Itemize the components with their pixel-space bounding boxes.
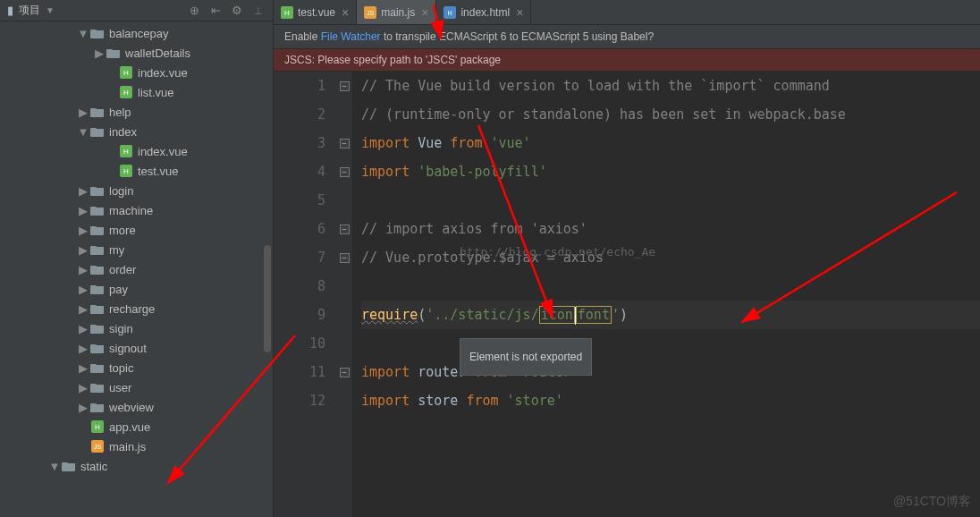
kw: from — [466, 393, 498, 409]
tree-label: login — [109, 184, 133, 198]
tab-index-html[interactable]: Hindex.html× — [436, 0, 531, 24]
scrollbar-thumb[interactable] — [264, 245, 271, 352]
folder-icon — [90, 184, 105, 197]
tree-item-pay[interactable]: ▶pay — [0, 279, 273, 299]
tab-label: main.js — [381, 6, 415, 19]
chevron-down-icon[interactable]: ▼ — [50, 462, 59, 470]
tree-item-main-js[interactable]: JSmain.js — [0, 436, 273, 456]
tab-main-js[interactable]: JSmain.js× — [357, 0, 436, 24]
target-icon[interactable]: ⊕ — [187, 4, 201, 18]
close-icon[interactable]: × — [516, 5, 523, 20]
collapse-icon[interactable]: ⇤ — [208, 4, 223, 18]
fold-icon[interactable]: − — [340, 139, 350, 148]
tree-item-order[interactable]: ▶order — [0, 259, 273, 279]
chevron-down-icon[interactable]: ▼ — [79, 29, 88, 38]
folder-icon — [90, 27, 105, 39]
close-icon[interactable]: × — [421, 5, 428, 20]
chevron-right-icon[interactable]: ▶ — [79, 107, 88, 116]
str: '../static/js/ — [426, 307, 538, 323]
tree-label: webview — [109, 401, 154, 414]
close-icon[interactable]: × — [342, 5, 349, 20]
fold-icon[interactable]: − — [340, 167, 350, 177]
code-editor[interactable]: 123 456 789 101112 − − − − − − // The — [274, 72, 980, 517]
chevron-right-icon[interactable]: ▶ — [79, 225, 88, 234]
id: Vue — [410, 135, 450, 151]
chevron-right-icon[interactable]: ▶ — [79, 304, 88, 313]
tree-item-login[interactable]: ▶login — [0, 181, 273, 200]
folder-icon — [90, 381, 105, 394]
sidebar-title: 项目 — [19, 3, 40, 18]
tab-test-vue[interactable]: Htest.vue× — [274, 0, 357, 24]
chevron-right-icon[interactable]: ▶ — [79, 284, 88, 293]
tree-item-walletDetails[interactable]: ▶walletDetails — [0, 43, 273, 63]
fold-icon[interactable]: − — [340, 253, 350, 263]
svg-text:H: H — [123, 69, 129, 77]
project-sidebar: ▮ 项目 ▼ ⊕ ⇤ ⚙ ⟂ ▼balancepay▶walletDetails… — [0, 0, 274, 517]
tree-label: index — [109, 125, 137, 139]
svg-text:H: H — [123, 167, 129, 175]
kw: import — [361, 135, 410, 151]
code-content[interactable]: // The Vue build version to load with th… — [352, 72, 980, 517]
sidebar-header: ▮ 项目 ▼ ⊕ ⇤ ⚙ ⟂ — [0, 0, 273, 21]
chevron-right-icon[interactable]: ▶ — [79, 324, 88, 333]
tree-item-recharge[interactable]: ▶recharge — [0, 299, 273, 318]
chevron-right-icon[interactable]: ▶ — [79, 403, 88, 411]
chevron-right-icon[interactable]: ▶ — [79, 206, 88, 215]
tree-item-index-vue[interactable]: Hindex.vue — [0, 63, 273, 82]
tree-item-my[interactable]: ▶my — [0, 240, 273, 259]
tree-item-index[interactable]: ▼index — [0, 122, 273, 141]
folder-icon — [90, 283, 105, 295]
chevron-right-icon[interactable]: ▶ — [79, 383, 88, 392]
gear-icon[interactable]: ⚙ — [230, 4, 244, 18]
tree-label: help — [109, 106, 131, 119]
fn: require — [361, 307, 418, 323]
vue-icon: H — [119, 145, 133, 157]
chevron-down-icon[interactable]: ▼ — [79, 127, 88, 136]
tree-item-index-vue[interactable]: Hindex.vue — [0, 141, 273, 161]
chevron-right-icon[interactable]: ▶ — [79, 363, 88, 372]
chevron-right-icon[interactable]: ▶ — [95, 48, 104, 57]
folder-icon — [90, 224, 105, 236]
tree-item-static[interactable]: ▼static — [0, 456, 273, 476]
tree-label: machine — [109, 204, 153, 217]
tab-label: index.html — [460, 6, 510, 19]
tree-item-sigin[interactable]: ▶sigin — [0, 318, 273, 338]
fold-icon[interactable]: − — [340, 368, 350, 377]
tree-item-machine[interactable]: ▶machine — [0, 200, 273, 220]
tree-item-test-vue[interactable]: Htest.vue — [0, 161, 273, 181]
folder-icon — [90, 125, 105, 138]
fold-icon[interactable]: − — [340, 225, 350, 234]
hide-icon[interactable]: ⟂ — [251, 4, 266, 18]
vue-icon: H — [119, 86, 133, 98]
tree-label: topic — [109, 361, 133, 375]
kw: from — [450, 135, 482, 151]
chevron-right-icon[interactable]: ▶ — [79, 245, 88, 254]
tree-item-help[interactable]: ▶help — [0, 102, 273, 122]
tree-item-signout[interactable]: ▶signout — [0, 338, 273, 358]
project-tree[interactable]: ▼balancepay▶walletDetailsHindex.vueHlist… — [0, 21, 273, 517]
tree-item-topic[interactable]: ▶topic — [0, 358, 273, 377]
tab-bar: Htest.vue×JSmain.js×Hindex.html× — [274, 0, 980, 25]
chevron-right-icon[interactable]: ▶ — [79, 343, 88, 352]
tree-item-list-vue[interactable]: Hlist.vue — [0, 82, 273, 102]
fold-icon[interactable]: − — [340, 81, 350, 91]
chevron-right-icon[interactable]: ▶ — [79, 265, 88, 274]
str: 'babel-polyfill' — [410, 164, 547, 180]
str: 'store' — [499, 393, 563, 409]
filewatcher-link[interactable]: File Watcher — [321, 30, 381, 43]
code-comment: // import axios from 'axios' — [361, 221, 587, 237]
tree-label: sigin — [109, 322, 133, 335]
tree-item-app-vue[interactable]: Happ.vue — [0, 417, 273, 436]
tree-item-webview[interactable]: ▶webview — [0, 397, 273, 417]
project-icon: ▮ — [7, 4, 13, 17]
dropdown-icon[interactable]: ▼ — [46, 5, 55, 15]
tree-item-balancepay[interactable]: ▼balancepay — [0, 23, 273, 43]
svg-text:H: H — [123, 148, 129, 156]
chevron-right-icon[interactable]: ▶ — [79, 186, 88, 195]
folder-icon — [90, 361, 105, 374]
folder-icon — [90, 243, 105, 256]
tree-item-user[interactable]: ▶user — [0, 377, 273, 397]
tree-item-more[interactable]: ▶more — [0, 220, 273, 240]
code-comment: // The Vue build version to load with th… — [361, 78, 830, 94]
vue-icon: H — [90, 420, 105, 433]
